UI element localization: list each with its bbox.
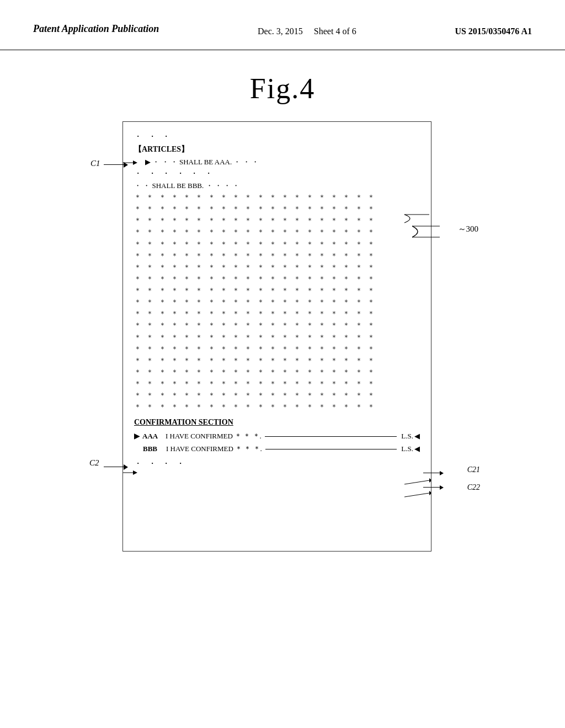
c22-text: I HAVE CONFIRMED ＊ ＊ ＊.	[166, 443, 262, 454]
stars-row-11: ＊ ＊ ＊ ＊ ＊ ＊ ＊ ＊ ＊ ＊ ＊ ＊ ＊ ＊ ＊ ＊ ＊ ＊ ＊ ＊	[134, 308, 420, 319]
header-date: Dec. 3, 2015	[258, 26, 303, 36]
label-c2: C2	[89, 458, 99, 468]
articles-line: 【ARTICLES】	[134, 143, 420, 156]
final-dots: ・ ・ ・ ・	[134, 458, 420, 470]
c22-ls: L.S.	[401, 443, 413, 454]
stars-row-5: ＊ ＊ ＊ ＊ ＊ ＊ ＊ ＊ ＊ ＊ ＊ ＊ ＊ ＊ ＊ ＊ ＊ ＊ ＊ ＊	[134, 239, 420, 250]
confirmation-row-c21: ▶ AAA I HAVE CONFIRMED ＊ ＊ ＊. L.S. ◀	[134, 430, 420, 442]
figure-title: Fig.4	[0, 72, 565, 105]
svg-line-5	[404, 480, 429, 484]
stars-row-12: ＊ ＊ ＊ ＊ ＊ ＊ ＊ ＊ ＊ ＊ ＊ ＊ ＊ ＊ ＊ ＊ ＊ ＊ ＊ ＊	[134, 320, 420, 331]
c1-external-arrow	[104, 162, 128, 168]
svg-marker-6	[429, 478, 431, 483]
c21-signature-line	[265, 436, 397, 437]
dots-line-1: ・ ・ ・	[134, 131, 420, 143]
svg-line-7	[404, 493, 429, 497]
dots-line-2: ・ ・ ・ ・ ・ ・	[134, 168, 420, 180]
confirmation-row-c22: BBB I HAVE CONFIRMED ＊ ＊ ＊. L.S. ◀	[134, 443, 420, 454]
c21-ls: L.S.	[401, 431, 413, 442]
stars-row-2: ＊ ＊ ＊ ＊ ＊ ＊ ＊ ＊ ＊ ＊ ＊ ＊ ＊ ＊ ＊ ＊ ＊ ＊ ＊ ＊	[134, 204, 420, 215]
stars-row-8: ＊ ＊ ＊ ＊ ＊ ＊ ＊ ＊ ＊ ＊ ＊ ＊ ＊ ＊ ＊ ＊ ＊ ＊ ＊ ＊	[134, 274, 420, 285]
label-300: ～300	[458, 224, 479, 234]
stars-row-16: ＊ ＊ ＊ ＊ ＊ ＊ ＊ ＊ ＊ ＊ ＊ ＊ ＊ ＊ ＊ ＊ ＊ ＊ ＊ ＊	[134, 367, 420, 378]
stars-row-3: ＊ ＊ ＊ ＊ ＊ ＊ ＊ ＊ ＊ ＊ ＊ ＊ ＊ ＊ ＊ ＊ ＊ ＊ ＊ ＊	[134, 215, 420, 226]
c21-arrow: ▶	[134, 430, 140, 442]
c21-name: AAA	[142, 431, 162, 442]
c2-external-arrow	[104, 464, 128, 470]
300-arrow-svg	[412, 223, 443, 240]
shall-bbb-line: ・ ・ SHALL BE BBB. ・ ・ ・ ・	[134, 180, 420, 191]
stars-row-9: ＊ ＊ ＊ ＊ ＊ ＊ ＊ ＊ ＊ ＊ ＊ ＊ ＊ ＊ ＊ ＊ ＊ ＊ ＊ ＊	[134, 285, 420, 296]
label-c22: C22	[467, 483, 480, 492]
stars-row-7: ＊ ＊ ＊ ＊ ＊ ＊ ＊ ＊ ＊ ＊ ＊ ＊ ＊ ＊ ＊ ＊ ＊ ＊ ＊ ＊	[134, 262, 420, 273]
header-sheet: Sheet 4 of 6	[314, 26, 356, 36]
document-box: ・ ・ ・ 【ARTICLES】 ▶ ・ ・ ・ SHALL BE AAA. ・…	[122, 121, 431, 552]
c22-name: BBB	[143, 443, 163, 454]
stars-row-14: ＊ ＊ ＊ ＊ ＊ ＊ ＊ ＊ ＊ ＊ ＊ ＊ ＊ ＊ ＊ ＊ ＊ ＊ ＊ ＊	[134, 344, 420, 355]
svg-marker-8	[429, 491, 431, 495]
stars-row-18: ＊ ＊ ＊ ＊ ＊ ＊ ＊ ＊ ＊ ＊ ＊ ＊ ＊ ＊ ＊ ＊ ＊ ＊ ＊ ＊	[134, 390, 420, 401]
doc-content: ・ ・ ・ 【ARTICLES】 ▶ ・ ・ ・ SHALL BE AAA. ・…	[134, 131, 420, 470]
stars-row-15: ＊ ＊ ＊ ＊ ＊ ＊ ＊ ＊ ＊ ＊ ＊ ＊ ＊ ＊ ＊ ＊ ＊ ＊ ＊ ＊	[134, 355, 420, 366]
diagram-wrapper: C1 C2 ～300 C21 C22	[89, 121, 476, 552]
stars-row-6: ＊ ＊ ＊ ＊ ＊ ＊ ＊ ＊ ＊ ＊ ＊ ＊ ＊ ＊ ＊ ＊ ＊ ＊ ＊ ＊	[134, 250, 420, 261]
stars-row-1: ＊ ＊ ＊ ＊ ＊ ＊ ＊ ＊ ＊ ＊ ＊ ＊ ＊ ＊ ＊ ＊ ＊ ＊ ＊ ＊	[134, 192, 420, 203]
c21-text: I HAVE CONFIRMED ＊ ＊ ＊.	[166, 431, 262, 442]
arrow-indicator: ▶	[145, 158, 152, 166]
diagram-area: C1 C2 ～300 C21 C22	[0, 121, 565, 552]
confirmation-section-header: CONFIRMATION SECTION	[134, 416, 420, 429]
c22-right-arrow	[423, 485, 444, 490]
stars-row-17: ＊ ＊ ＊ ＊ ＊ ＊ ＊ ＊ ＊ ＊ ＊ ＊ ＊ ＊ ＊ ＊ ＊ ＊ ＊ ＊	[134, 378, 420, 389]
header-publication-label: Patent Application Publication	[33, 22, 159, 36]
c21-right-arrow	[423, 471, 444, 475]
c22-ls-arrow-icon: ◀	[414, 443, 420, 454]
stars-row-19: ＊ ＊ ＊ ＊ ＊ ＊ ＊ ＊ ＊ ＊ ＊ ＊ ＊ ＊ ＊ ＊ ＊ ＊ ＊ ＊	[134, 402, 420, 413]
svg-marker-4	[133, 470, 137, 475]
header-patent-number: US 2015/0350476 A1	[455, 22, 532, 39]
label-c21: C21	[467, 465, 480, 474]
300-bracket	[412, 223, 443, 242]
stars-row-13: ＊ ＊ ＊ ＊ ＊ ＊ ＊ ＊ ＊ ＊ ＊ ＊ ＊ ＊ ＊ ＊ ＊ ＊ ＊ ＊	[134, 332, 420, 343]
c22-signature-line	[265, 449, 397, 449]
label-c1: C1	[90, 159, 100, 168]
header-date-sheet: Dec. 3, 2015 Sheet 4 of 6	[258, 22, 356, 39]
arrow-shall-aaa: ▶ ・ ・ ・ SHALL BE AAA. ・ ・ ・	[134, 157, 420, 168]
page-header: Patent Application Publication Dec. 3, 2…	[0, 0, 565, 50]
stars-row-10: ＊ ＊ ＊ ＊ ＊ ＊ ＊ ＊ ＊ ＊ ＊ ＊ ＊ ＊ ＊ ＊ ＊ ＊ ＊ ＊	[134, 297, 420, 308]
c21-ls-arrow-icon: ◀	[414, 431, 420, 442]
stars-row-4: ＊ ＊ ＊ ＊ ＊ ＊ ＊ ＊ ＊ ＊ ＊ ＊ ＊ ＊ ＊ ＊ ＊ ＊ ＊ ＊	[134, 227, 420, 238]
page: Patent Application Publication Dec. 3, 2…	[0, 0, 565, 552]
